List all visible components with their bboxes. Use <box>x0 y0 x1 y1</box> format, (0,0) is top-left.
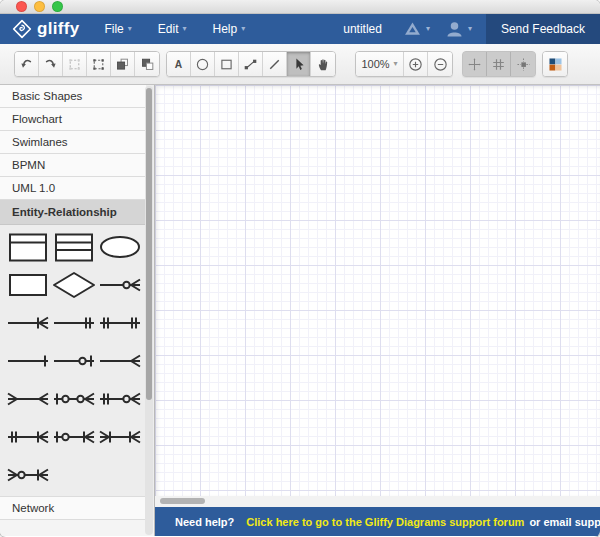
line-tool-button[interactable] <box>263 52 287 76</box>
zoom-level-value: 100% <box>361 58 389 70</box>
er-attribute-ellipse-shape[interactable] <box>97 232 142 262</box>
er-rectangle-shape[interactable] <box>5 270 50 300</box>
er-entity-shape[interactable] <box>5 232 50 262</box>
google-drive-menu[interactable]: ▾ <box>402 19 430 40</box>
shape-palette <box>0 225 146 497</box>
undo-icon <box>18 56 35 73</box>
chevron-down-icon: ▾ <box>426 25 430 33</box>
zoom-out-icon <box>432 56 449 73</box>
group-select-button[interactable] <box>87 52 111 76</box>
menu-label: File <box>104 22 123 36</box>
er-zero-or-one-to-one-or-many-shape[interactable] <box>51 422 96 452</box>
er-zero-or-many-shape[interactable] <box>97 270 142 300</box>
grid-group <box>462 51 536 77</box>
category-list-bottom: Network <box>0 497 154 520</box>
zoom-level-dropdown[interactable]: 100%▾ <box>356 52 404 76</box>
er-one-shape[interactable] <box>5 346 50 376</box>
gliffy-logo: gliffy <box>0 19 91 39</box>
er-relationship-diamond-shape[interactable] <box>51 270 96 300</box>
zoom-out-button[interactable] <box>428 52 452 76</box>
sidebar-category-flowchart[interactable]: Flowchart <box>0 108 146 131</box>
sidebar-category-network[interactable]: Network <box>0 497 146 520</box>
document-title[interactable]: untitled <box>343 22 382 36</box>
rectangle-icon <box>218 56 235 73</box>
er-one-or-many-shape[interactable] <box>5 308 50 338</box>
chevron-down-icon: ▾ <box>394 60 398 68</box>
zoom-group: 100%▾ <box>355 51 453 77</box>
gliffy-logo-icon <box>12 19 32 39</box>
er-many-to-many-shape[interactable] <box>5 384 50 414</box>
er-exactly-one-to-exactly-one-shape[interactable] <box>97 308 142 338</box>
er-zero-or-many-to-one-or-many-shape[interactable] <box>5 460 50 490</box>
undo-button[interactable] <box>15 52 39 76</box>
er-zero-or-one-to-zero-or-many-shape[interactable] <box>51 384 96 414</box>
theme-picker-button[interactable] <box>543 52 567 76</box>
menu-help[interactable]: Help▾ <box>199 14 258 44</box>
zoom-window-button[interactable] <box>52 1 63 12</box>
er-many-shape[interactable] <box>97 346 142 376</box>
menubar: File▾Edit▾Help▾ <box>91 14 258 44</box>
minimize-window-button[interactable] <box>34 1 45 12</box>
sidebar-scrollbar-thumb[interactable] <box>146 88 152 400</box>
chevron-down-icon: ▾ <box>128 25 132 33</box>
pointer-tool-button[interactable] <box>287 52 311 76</box>
help-footer: Need help? Click here to go to the Gliff… <box>155 507 600 536</box>
er-one-or-many-to-one-or-many-shape[interactable] <box>97 422 142 452</box>
app-header: gliffy File▾Edit▾Help▾ untitled ▾ ▾ Send… <box>0 14 600 44</box>
bring-front-icon <box>114 56 131 73</box>
drawing-guides-button[interactable] <box>463 52 487 76</box>
pan-icon <box>315 56 332 73</box>
ellipse-tool-button[interactable] <box>191 52 215 76</box>
titlebar <box>0 0 600 14</box>
marquee-icon <box>66 56 83 73</box>
diagram-canvas[interactable] <box>155 85 600 496</box>
line-icon <box>266 56 283 73</box>
sidebar-category-basic-shapes[interactable]: Basic Shapes <box>0 85 146 108</box>
edit-group <box>14 51 160 77</box>
send-to-back-button[interactable] <box>135 52 159 76</box>
connector-icon <box>242 56 259 73</box>
rectangle-tool-button[interactable] <box>215 52 239 76</box>
send-feedback-button[interactable]: Send Feedback <box>486 14 600 44</box>
menu-label: Help <box>212 22 237 36</box>
redo-icon <box>42 56 59 73</box>
header-right: untitled ▾ ▾ Send Feedback <box>343 14 600 44</box>
connector-tool-button[interactable] <box>239 52 263 76</box>
shape-library-sidebar: Basic ShapesFlowchartSwimlanesBPMNUML 1.… <box>0 85 155 536</box>
sidebar-category-entity-relationship[interactable]: Entity-Relationship <box>0 200 146 225</box>
main-area: Basic ShapesFlowchartSwimlanesBPMNUML 1.… <box>0 85 600 536</box>
er-exactly-one-to-zero-or-many-shape[interactable] <box>97 384 142 414</box>
er-one-and-only-one-shape[interactable] <box>51 308 96 338</box>
pan-tool-button[interactable] <box>311 52 335 76</box>
category-list-top: Basic ShapesFlowchartSwimlanesBPMNUML 1.… <box>0 85 154 200</box>
logo-text: gliffy <box>37 20 79 39</box>
account-menu[interactable]: ▾ <box>444 19 472 40</box>
bring-to-front-button[interactable] <box>111 52 135 76</box>
er-zero-or-one-shape[interactable] <box>51 346 96 376</box>
sidebar-category-swimlanes[interactable]: Swimlanes <box>0 131 146 154</box>
support-email-text: or email support@gliffy.com <box>529 516 600 528</box>
er-entity-with-rows-shape[interactable] <box>51 232 96 262</box>
canvas-horizontal-scrollbar-thumb[interactable] <box>160 498 205 504</box>
snap-icon <box>515 56 532 73</box>
svg-text:A: A <box>175 59 183 70</box>
er-exactly-one-to-one-or-many-shape[interactable] <box>5 422 50 452</box>
canvas-horizontal-scrollbar[interactable] <box>155 496 600 507</box>
menu-file[interactable]: File▾ <box>91 14 144 44</box>
sidebar-category-bpmn[interactable]: BPMN <box>0 154 146 177</box>
redo-button[interactable] <box>39 52 63 76</box>
canvas-area: Need help? Click here to go to the Gliff… <box>155 85 600 536</box>
text-icon: A <box>170 56 187 73</box>
close-window-button[interactable] <box>16 1 27 12</box>
sidebar-scrollbar[interactable] <box>145 86 153 535</box>
grid-toggle-button[interactable] <box>487 52 511 76</box>
support-forum-link[interactable]: Click here to go to the Gliffy Diagrams … <box>246 516 524 528</box>
text-tool-button[interactable]: A <box>167 52 191 76</box>
marquee-select-button[interactable] <box>63 52 87 76</box>
chevron-down-icon: ▾ <box>468 25 472 33</box>
menu-edit[interactable]: Edit▾ <box>145 14 200 44</box>
theme-icon <box>547 56 564 73</box>
sidebar-category-uml-1-0[interactable]: UML 1.0 <box>0 177 146 200</box>
snap-to-grid-button[interactable] <box>511 52 535 76</box>
zoom-in-button[interactable] <box>404 52 428 76</box>
